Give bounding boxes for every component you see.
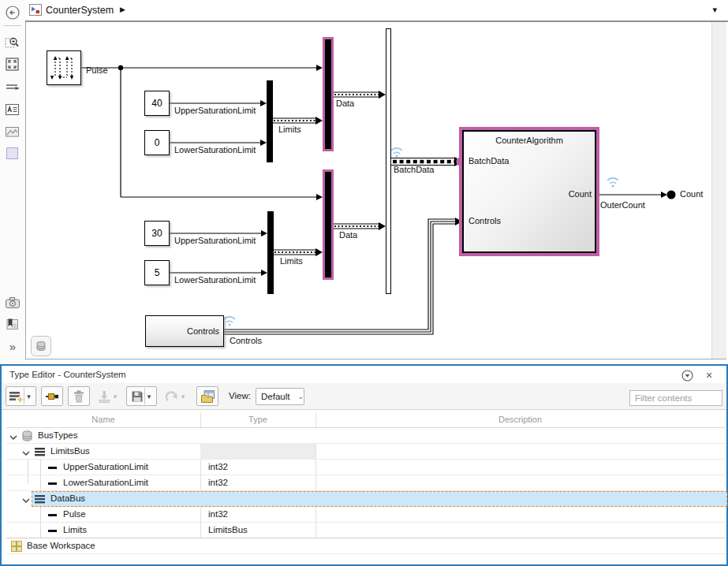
column-name[interactable]: Name xyxy=(6,415,200,424)
constant-30-block[interactable]: 30 xyxy=(144,221,170,246)
pulse-signal-label[interactable]: Pulse xyxy=(86,65,108,75)
row-type: LimitsBus xyxy=(208,525,248,534)
workspace-icon xyxy=(11,541,22,553)
limits1-signal-label[interactable]: Limits xyxy=(278,125,301,134)
counter-algorithm-title: CounterAlgorithm xyxy=(464,136,595,145)
dictionary-badge[interactable] xyxy=(31,336,51,356)
lower-limit2-label[interactable]: LowerSaturationLimit xyxy=(174,275,256,285)
bus-creator-data2-highlighted[interactable] xyxy=(323,169,334,280)
fit-view-icon[interactable] xyxy=(5,57,21,73)
data1-bus-line[interactable] xyxy=(334,91,386,99)
data2-signal-label[interactable]: Data xyxy=(339,230,357,240)
upper-limit2-label[interactable]: UpperSaturationLimit xyxy=(174,236,256,245)
chevron-down-icon[interactable] xyxy=(9,433,17,442)
panel-collapse-icon[interactable] xyxy=(681,369,693,382)
table-row-pulse[interactable]: Pulse int32 xyxy=(6,507,725,523)
divider xyxy=(4,25,21,26)
add-bus-icon xyxy=(9,389,24,404)
column-type[interactable]: Type xyxy=(200,415,315,424)
outercount-signal-label[interactable]: OuterCount xyxy=(600,200,645,210)
image-icon[interactable] xyxy=(5,124,21,140)
pulse-block[interactable] xyxy=(47,50,81,85)
limits2-bus-line[interactable] xyxy=(274,248,323,256)
screenshot-icon[interactable] xyxy=(5,295,21,311)
left-tool-strip: » xyxy=(0,0,25,364)
filter-contents-input[interactable] xyxy=(629,390,722,406)
add-bus-button[interactable]: ▾ xyxy=(6,386,36,406)
breadcrumb-model[interactable]: CounterSystem xyxy=(46,5,114,16)
count-port-label: Count xyxy=(562,189,592,199)
view-label: View: xyxy=(229,391,251,400)
bus-creator-2[interactable] xyxy=(267,211,274,294)
bus-creator-data1-highlighted[interactable] xyxy=(323,37,334,151)
outport-count-label[interactable]: Count xyxy=(680,189,703,199)
zoom-region-icon[interactable] xyxy=(5,35,21,50)
type-cell-disabled xyxy=(200,444,315,459)
table-row-limits[interactable]: Limits LimitsBus xyxy=(6,523,725,538)
pulse-waveform-icon xyxy=(47,51,80,84)
bus-concatenate-block[interactable] xyxy=(386,28,391,294)
back-icon[interactable] xyxy=(5,5,21,20)
data2-bus-line[interactable] xyxy=(334,222,386,230)
annotation-icon[interactable] xyxy=(5,102,21,117)
expand-more-icon[interactable]: » xyxy=(5,339,21,355)
add-bus-dropdown-icon[interactable]: ▾ xyxy=(24,393,33,400)
limits2-signal-label[interactable]: Limits xyxy=(280,256,303,266)
breadcrumb-expand-icon[interactable]: ▶ xyxy=(120,6,125,13)
row-type: int32 xyxy=(208,462,228,471)
canvas-scrollbar[interactable] xyxy=(711,22,726,359)
batchdata-signal-label[interactable]: BatchData xyxy=(394,165,434,174)
row-name: LimitsBus xyxy=(50,446,90,456)
panel-close-icon[interactable]: × xyxy=(703,369,715,382)
model-icon xyxy=(29,4,42,17)
signal-route-icon[interactable] xyxy=(5,80,21,95)
breadcrumb: CounterSystem ▶ ▾ xyxy=(25,0,728,22)
viewmarks-icon[interactable] xyxy=(5,316,21,332)
breadcrumb-dropdown-icon[interactable]: ▾ xyxy=(712,5,717,15)
chevron-down-icon[interactable] xyxy=(22,496,30,505)
save-dropdown-icon[interactable]: ▾ xyxy=(145,393,154,400)
data1-signal-label[interactable]: Data xyxy=(336,99,354,108)
bus-creator-1[interactable] xyxy=(267,80,273,162)
controls-block-label: Controls xyxy=(187,326,219,336)
view-dropdown-value: Default xyxy=(261,392,289,401)
delete-button[interactable] xyxy=(68,386,90,406)
constant-5-block[interactable]: 5 xyxy=(144,260,170,285)
model-canvas[interactable]: Pulse 40 UpperSaturationLimit 0 LowerSat… xyxy=(25,22,726,359)
signal-wires xyxy=(26,22,727,359)
table-row-databus-selected[interactable]: DataBus xyxy=(6,491,725,507)
element-icon xyxy=(48,530,57,532)
redo-button: ▾ xyxy=(162,386,190,406)
area-icon[interactable] xyxy=(5,146,21,162)
table-header: Name Type Description xyxy=(6,412,725,428)
save-button[interactable]: ▾ xyxy=(126,386,157,406)
selection-highlight xyxy=(32,491,727,507)
open-in-model-button[interactable] xyxy=(196,386,218,406)
panel-title: Type Editor - CounterSystem xyxy=(9,370,126,379)
upper-limit1-label[interactable]: UpperSaturationLimit xyxy=(174,106,256,115)
row-type: int32 xyxy=(208,478,228,487)
element-icon xyxy=(48,467,57,469)
count-signal-line[interactable] xyxy=(596,191,676,199)
controls-block[interactable]: Controls xyxy=(145,315,224,347)
table-row-lowersaturationlimit[interactable]: LowerSaturationLimit int32 xyxy=(6,475,725,491)
table-row-limitsbus[interactable]: LimitsBus xyxy=(6,444,725,460)
limits1-bus-line[interactable] xyxy=(273,117,323,125)
view-dropdown[interactable]: Default ⌄ xyxy=(256,388,304,405)
add-element-button[interactable] xyxy=(41,386,63,406)
save-icon xyxy=(130,389,144,404)
lower-limit1-label[interactable]: LowerSaturationLimit xyxy=(174,145,256,155)
column-description[interactable]: Description xyxy=(315,415,725,424)
bus-icon xyxy=(35,495,45,505)
row-name: UpperSaturationLimit xyxy=(63,462,148,471)
import-icon xyxy=(97,389,111,404)
table-row-base-workspace[interactable]: Base Workspace xyxy=(6,538,725,554)
controls-signal-label[interactable]: Controls xyxy=(230,336,262,345)
constant-40-block[interactable]: 40 xyxy=(144,91,170,116)
table-row-uppersaturationlimit[interactable]: UpperSaturationLimit int32 xyxy=(6,460,725,475)
constant-0-block[interactable]: 0 xyxy=(144,130,170,155)
redo-dropdown-icon: ▾ xyxy=(179,393,188,400)
chevron-down-icon[interactable] xyxy=(22,449,30,458)
panel-toolbar: ▾ ▾ xyxy=(2,383,726,410)
table-row-bustypes[interactable]: BusTypes xyxy=(6,428,725,444)
